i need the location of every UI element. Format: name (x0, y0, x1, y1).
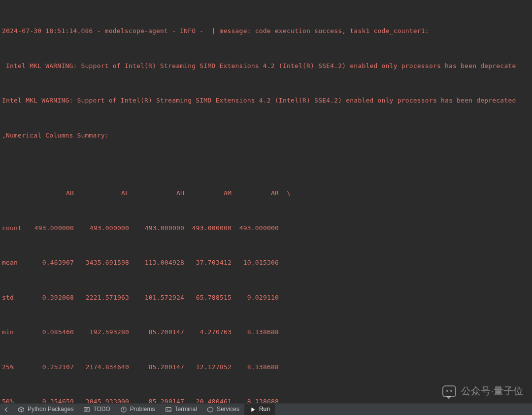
run-icon (249, 406, 256, 413)
log-line: ,Numerical Columns Summary: (2, 130, 530, 141)
collapse-handle[interactable] (0, 404, 13, 415)
table-header-row: ABAFAHAMAR\ (2, 187, 530, 199)
table-row: min0.085460192.59328085.2001474.2707638.… (2, 326, 530, 338)
chevron-icon (3, 406, 10, 413)
problems-icon (120, 406, 127, 413)
log-line: 2024-07-30 18:51:14.086 - modelscope-age… (2, 25, 530, 37)
tab-label: Run (259, 404, 270, 415)
tab-label: Python Packages (28, 404, 73, 415)
terminal-icon (165, 406, 172, 413)
tab-services[interactable]: Services (202, 404, 244, 415)
table-row: 25%0.2521072174.83464085.20014712.127852… (2, 361, 530, 373)
tab-label: TODO (93, 404, 110, 415)
tab-problems[interactable]: Problems (115, 404, 160, 415)
tool-window-bar: Python Packages TODO Problems Terminal S… (0, 403, 532, 415)
svg-rect-2 (166, 407, 171, 412)
tab-python-packages[interactable]: Python Packages (13, 404, 78, 415)
services-icon (207, 406, 214, 413)
table-row: std0.3920682221.571963101.57292465.78851… (2, 292, 530, 304)
tab-run[interactable]: Run (244, 404, 275, 415)
log-line: Intel MKL WARNING: Support of Intel(R) S… (2, 95, 530, 106)
tab-label: Problems (130, 404, 155, 415)
console-output[interactable]: 2024-07-30 18:51:14.086 - modelscope-age… (0, 0, 532, 415)
table-row: mean0.4639073435.691598113.00492837.7034… (2, 257, 530, 269)
log-line: Intel MKL WARNING: Support of Intel(R) S… (2, 60, 530, 72)
svg-marker-4 (251, 407, 255, 412)
tab-terminal[interactable]: Terminal (160, 404, 202, 415)
tab-label: Services (217, 404, 239, 415)
table-row: count493.000000493.000000493.000000493.0… (2, 222, 530, 234)
todo-icon (83, 406, 90, 413)
package-icon (18, 406, 25, 413)
tab-label: Terminal (175, 404, 197, 415)
svg-marker-3 (208, 407, 213, 412)
tab-todo[interactable]: TODO (78, 404, 115, 415)
